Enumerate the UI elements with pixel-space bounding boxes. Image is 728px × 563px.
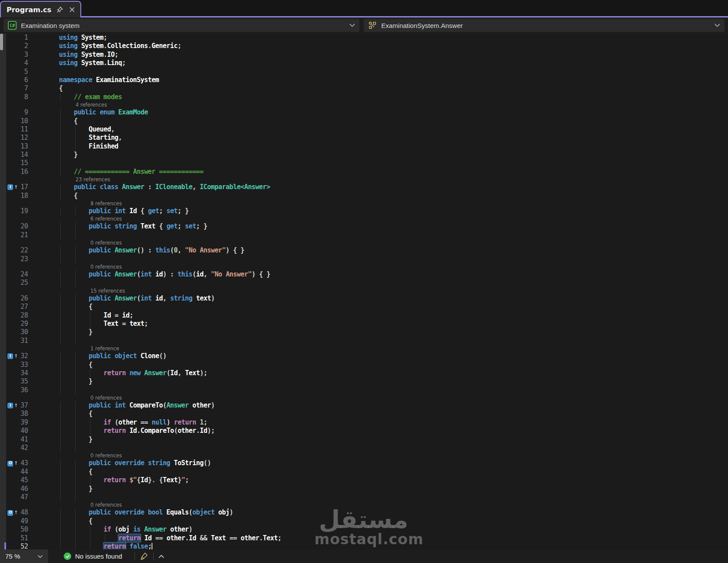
line-number[interactable]: 41 [19, 435, 28, 444]
code-line[interactable]: 2using System.Collections.Generic; [6, 42, 728, 50]
line-number[interactable]: 40 [19, 427, 28, 435]
line-number[interactable]: 15 [19, 159, 28, 167]
code-line[interactable]: 10{ [6, 117, 728, 125]
line-number[interactable]: 12 [19, 134, 28, 142]
line-number[interactable]: 23 [19, 255, 28, 263]
line-number[interactable]: 50 [19, 525, 28, 534]
code-line[interactable]: 45return $"{Id}. {Text}"; [6, 476, 728, 484]
code-line[interactable]: 11Queued, [6, 125, 728, 134]
code-line[interactable]: 44{ [6, 468, 728, 476]
line-number[interactable]: 20 [19, 222, 28, 231]
line-number[interactable]: 2 [19, 42, 28, 50]
code-line[interactable]: 23 [6, 255, 728, 263]
code-line[interactable]: 24public Answer(int id) : this(id, "No A… [6, 270, 728, 279]
line-number[interactable]: 22 [19, 246, 28, 255]
codelens-references[interactable]: 0 references [6, 501, 728, 508]
code-line[interactable]: 21 [6, 231, 728, 239]
code-line[interactable]: 49{ [6, 517, 728, 525]
codelens-references[interactable]: 23 references [6, 176, 728, 183]
line-number[interactable]: 47 [19, 493, 28, 501]
code-line[interactable]: 8// exam modes [6, 93, 728, 101]
code-line[interactable]: 29Text = text; [6, 320, 728, 328]
line-number[interactable]: 14 [19, 151, 28, 159]
code-line[interactable]: 20public string Text { get; set; } [6, 222, 728, 231]
code-line[interactable]: 47 [6, 493, 728, 501]
line-number[interactable]: 9 [19, 108, 28, 117]
codelens-references[interactable]: 0 references [6, 239, 728, 246]
code-line[interactable]: 34return new Answer(Id, Text); [6, 369, 728, 377]
line-number[interactable]: 38 [19, 410, 28, 418]
line-number[interactable]: 43 [19, 459, 28, 467]
line-number[interactable]: 24 [19, 270, 28, 279]
line-number[interactable]: 27 [19, 303, 28, 311]
code-line[interactable]: 52return false; [6, 542, 728, 549]
code-line[interactable]: 38{ [6, 410, 728, 418]
line-number[interactable]: 32 [19, 352, 28, 360]
codelens-references[interactable]: 0 references [6, 394, 728, 401]
close-icon[interactable] [68, 5, 76, 14]
line-number[interactable]: 39 [19, 418, 28, 427]
code-line[interactable]: 4using System.Linq; [6, 59, 728, 67]
codelens-references[interactable]: 0 references [6, 263, 728, 270]
line-number[interactable]: 33 [19, 361, 28, 369]
code-line[interactable]: 22public Answer() : this(0, "No Answer")… [6, 246, 728, 255]
line-number[interactable]: 26 [19, 294, 28, 303]
inheritance-margin-icon[interactable]: O↑ [6, 508, 19, 517]
line-number[interactable]: 49 [19, 517, 28, 525]
line-number[interactable]: 4 [19, 59, 28, 67]
codelens-references[interactable]: 4 references [6, 101, 728, 108]
code-line[interactable]: I↑32public object Clone() [6, 352, 728, 360]
line-number[interactable]: 29 [19, 320, 28, 328]
code-line[interactable]: 1using System; [6, 34, 728, 42]
line-number[interactable]: 25 [19, 279, 28, 287]
code-line[interactable]: 40return Id.CompareTo(other.Id); [6, 427, 728, 435]
codelens-references[interactable]: 6 references [6, 215, 728, 222]
line-number[interactable]: 16 [19, 168, 28, 176]
codelens-references[interactable]: 0 references [6, 452, 728, 459]
code-cleanup-broom-icon[interactable] [138, 551, 150, 562]
inheritance-margin-icon[interactable]: I↑ [6, 401, 19, 410]
line-number[interactable]: 1 [19, 34, 28, 42]
line-number[interactable]: 13 [19, 142, 28, 151]
line-number[interactable]: 31 [19, 337, 28, 345]
line-number[interactable]: 17 [19, 183, 28, 191]
code-line[interactable]: 42 [6, 444, 728, 452]
code-line[interactable]: 19public int Id { get; set; } [6, 207, 728, 215]
code-line[interactable]: 27{ [6, 303, 728, 311]
tab-program-cs[interactable]: Program.cs [0, 1, 81, 17]
line-number[interactable]: 52 [19, 542, 28, 549]
code-line[interactable]: 12Starting, [6, 134, 728, 142]
code-line[interactable]: 18{ [6, 192, 728, 200]
line-number[interactable]: 10 [19, 117, 28, 125]
code-line[interactable]: 33{ [6, 361, 728, 369]
code-line[interactable]: O↑43public override string ToString() [6, 459, 728, 467]
code-line[interactable]: 13Finished [6, 142, 728, 151]
code-line[interactable]: I↑37public int CompareTo(Answer other) [6, 401, 728, 410]
line-number[interactable]: 3 [19, 51, 28, 59]
code-line[interactable]: 46} [6, 485, 728, 493]
scrollbar-thumb[interactable] [0, 34, 3, 50]
code-line[interactable]: 41} [6, 435, 728, 444]
line-number[interactable]: 48 [19, 508, 28, 517]
line-number[interactable]: 11 [19, 125, 28, 134]
chevron-down-icon[interactable] [714, 24, 720, 27]
code-line[interactable]: O↑48public override bool Equals(object o… [6, 508, 728, 517]
line-number[interactable]: 44 [19, 468, 28, 476]
zoom-dropdown[interactable]: 75 % [0, 549, 48, 563]
codelens-references[interactable]: 15 references [6, 287, 728, 294]
line-number[interactable]: 36 [19, 386, 28, 394]
code-line[interactable]: 28Id = id; [6, 311, 728, 320]
line-number[interactable]: 35 [19, 377, 28, 386]
line-number[interactable]: 46 [19, 485, 28, 493]
line-number[interactable]: 8 [19, 93, 28, 101]
code-editor[interactable]: 1using System;2using System.Collections.… [0, 34, 728, 549]
chevron-up-icon[interactable] [157, 552, 166, 561]
line-number[interactable]: 51 [19, 534, 28, 542]
code-line[interactable]: 25 [6, 279, 728, 287]
line-number[interactable]: 30 [19, 328, 28, 336]
symbol-dropdown[interactable]: ExaminationSystem.Answer [364, 19, 725, 32]
code-line[interactable]: 35} [6, 377, 728, 386]
code-line[interactable]: 5 [6, 68, 728, 76]
line-number[interactable]: 6 [19, 76, 28, 84]
chevron-down-icon[interactable] [38, 555, 43, 558]
